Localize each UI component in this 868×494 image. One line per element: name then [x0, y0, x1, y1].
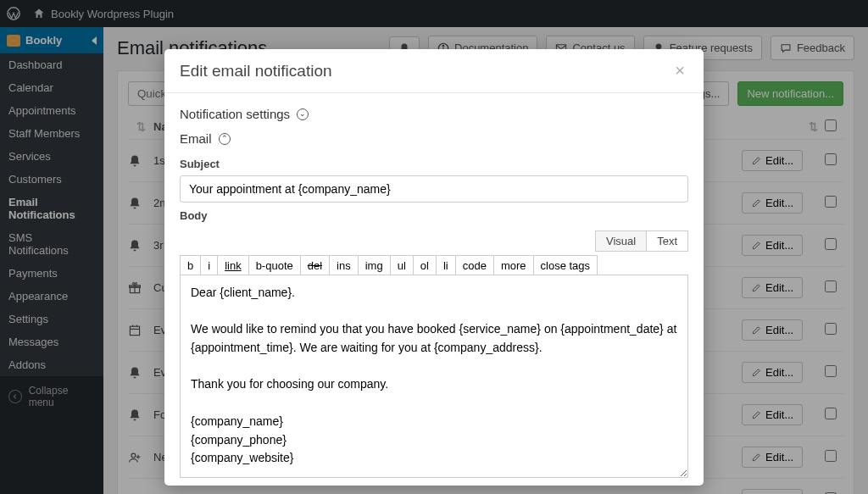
edit-notification-modal: Edit email notification × Notification s…	[164, 49, 704, 486]
editor-toolbar: bilinkb-quotedelinsimgulollicodemoreclos…	[180, 255, 688, 275]
body-textarea[interactable]	[180, 275, 688, 478]
toolbar-b-quote[interactable]: b-quote	[248, 255, 301, 276]
toolbar-img[interactable]: img	[358, 255, 391, 276]
toolbar-ol[interactable]: ol	[413, 255, 437, 276]
subject-label: Subject	[180, 158, 688, 170]
toolbar-ul[interactable]: ul	[390, 255, 414, 276]
toolbar-b[interactable]: b	[180, 255, 201, 276]
toolbar-link[interactable]: link	[217, 255, 249, 276]
tab-visual[interactable]: Visual	[595, 230, 647, 252]
body-label: Body	[180, 209, 688, 222]
toolbar-li[interactable]: li	[436, 255, 456, 276]
toolbar-ins[interactable]: ins	[329, 255, 359, 276]
modal-body: Notification settings ⌄ Email ⌃ Subject …	[164, 93, 704, 486]
toolbar-i[interactable]: i	[200, 255, 218, 276]
close-icon[interactable]: ×	[671, 61, 688, 80]
toolbar-more[interactable]: more	[493, 255, 534, 276]
section-label: Notification settings	[180, 107, 290, 121]
section-notification-settings[interactable]: Notification settings ⌄	[180, 102, 688, 126]
modal-header: Edit email notification ×	[164, 49, 704, 93]
section-label: Email	[180, 131, 212, 146]
chevron-down-icon: ⌄	[297, 108, 309, 120]
toolbar-close-tags[interactable]: close tags	[533, 255, 598, 276]
subject-input[interactable]	[180, 175, 688, 203]
toolbar-del[interactable]: del	[300, 255, 330, 276]
editor-tabs: Visual Text	[180, 230, 688, 252]
modal-title: Edit email notification	[180, 62, 671, 80]
section-email[interactable]: Email ⌃	[180, 126, 688, 151]
chevron-up-icon: ⌃	[219, 133, 231, 145]
tab-text[interactable]: Text	[647, 230, 688, 252]
toolbar-code[interactable]: code	[455, 255, 494, 276]
